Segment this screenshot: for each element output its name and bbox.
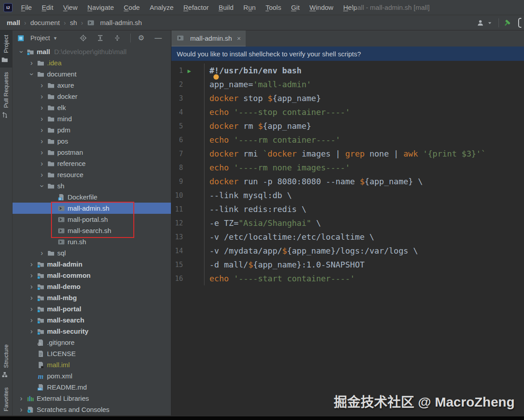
tree-item-label: axure (57, 81, 74, 89)
minus-icon[interactable]: — (154, 34, 162, 42)
tree-item-readme.md[interactable]: ›MDREADME.md (13, 382, 171, 393)
module-folder-icon (26, 48, 34, 55)
tree-item-pos[interactable]: ›pos (13, 136, 171, 147)
tree-item-.idea[interactable]: ›.idea (13, 57, 171, 68)
code-editor[interactable]: 1▶#!/usr/bin/env bash2app_name='mall-adm… (171, 61, 524, 416)
chevron-right-icon[interactable]: › (26, 305, 37, 313)
chevron-right-icon[interactable]: › (37, 250, 47, 257)
module-folder-icon (37, 305, 44, 313)
run-script-icon[interactable]: ▶ (187, 67, 191, 74)
chevron-down-icon[interactable]: ▼ (53, 36, 58, 41)
chevron-right-icon[interactable]: › (37, 171, 47, 178)
tree-item-dockerfile[interactable]: ›DDockerfile (13, 191, 171, 203)
chevron-right-icon[interactable]: › (16, 406, 26, 413)
chevron-right-icon[interactable]: › (37, 138, 47, 145)
chevron-right-icon[interactable]: › (26, 294, 37, 301)
tree-item-external-libraries[interactable]: ›External Libraries (13, 393, 171, 404)
chevron-right-icon[interactable]: › (37, 82, 47, 89)
project-panel-title[interactable]: Project (30, 34, 50, 42)
module-folder-icon (37, 294, 44, 301)
build-hammer-button[interactable] (503, 19, 511, 27)
menu-run[interactable]: Run (239, 0, 261, 15)
menu-navigate[interactable]: Navigate (82, 0, 119, 15)
tree-item-reference[interactable]: ›reference (13, 158, 171, 169)
menu-view[interactable]: View (58, 0, 82, 15)
chevron-right-icon[interactable]: › (26, 317, 37, 324)
tree-item-axure[interactable]: ›axure (13, 80, 171, 91)
tree-item-mall[interactable]: ›mallD:\developer\github\mall (13, 46, 171, 57)
tree-item-mall.iml[interactable]: ›mall.iml (13, 359, 171, 370)
menu-git[interactable]: Git (286, 0, 304, 15)
line-number: 13 (171, 233, 183, 241)
tree-item-mall-security[interactable]: ›mall-security (13, 326, 171, 337)
chevron-right-icon[interactable]: › (37, 104, 47, 111)
tree-item-resource[interactable]: ›resource (13, 169, 171, 180)
target-icon[interactable] (79, 34, 87, 42)
user-account-button[interactable] (477, 19, 494, 26)
tree-item-mind[interactable]: ›mind (13, 113, 171, 124)
tree-item-sh[interactable]: ›sh (13, 180, 171, 191)
tree-item-mall-search.sh[interactable]: ›mall-search.sh (13, 225, 171, 236)
chevron-right-icon[interactable]: › (16, 395, 26, 402)
chevron-down-icon[interactable]: › (18, 47, 25, 57)
close-tab-icon[interactable]: × (237, 34, 241, 42)
tree-item-scratches-and-consoles[interactable]: ›Scratches and Consoles (13, 404, 171, 415)
tree-item-pdm[interactable]: ›pdm (13, 124, 171, 136)
menu-window[interactable]: Window (305, 0, 338, 15)
tree-item-label: .gitignore (47, 339, 75, 346)
tool-window-button-pull-requests[interactable]: Pull Requests (0, 68, 12, 123)
menu-analyze[interactable]: Analyze (145, 0, 178, 15)
chevron-right-icon[interactable]: › (26, 283, 37, 290)
tree-item-mall-admin[interactable]: ›mall-admin (13, 259, 171, 270)
code-text: -d mall/${app_name}:1.0-SNAPSHOT (204, 258, 365, 272)
tree-item-mall-admin.sh[interactable]: ›mall-admin.sh (13, 203, 171, 214)
tree-item-sql[interactable]: ›sql (13, 247, 171, 259)
line-number: 1 (171, 67, 183, 75)
collapse-all-icon[interactable] (113, 34, 121, 42)
expand-all-icon[interactable] (96, 34, 104, 42)
tree-item-elk[interactable]: ›elk (13, 102, 171, 113)
tool-window-button-favorites[interactable]: Favorites (0, 383, 12, 416)
tree-item-pom.xml[interactable]: ›mpom.xml (13, 370, 171, 382)
tree-item-license[interactable]: ›LICENSE (13, 348, 171, 359)
tree-item-.gitignore[interactable]: ›.gitignore (13, 337, 171, 348)
menu-tools[interactable]: Tools (260, 0, 286, 15)
tree-item-mall-demo[interactable]: ›mall-demo (13, 281, 171, 292)
shell-icon (87, 19, 95, 26)
editor-tab-mall-admin-sh[interactable]: mall-admin.sh × (171, 30, 246, 47)
tool-window-button-structure[interactable]: Structure (0, 340, 12, 383)
breadcrumb-segment-sh[interactable]: sh (70, 19, 77, 26)
menu-code[interactable]: Code (119, 0, 145, 15)
chevron-right-icon[interactable]: › (26, 261, 37, 268)
menu-refactor[interactable]: Refactor (179, 0, 214, 15)
tool-window-button-project[interactable]: Project (0, 30, 12, 68)
menu-build[interactable]: Build (213, 0, 238, 15)
gear-icon[interactable]: ⚙ (137, 34, 145, 42)
breadcrumb-segment-document[interactable]: document (30, 19, 60, 26)
tree-item-postman[interactable]: ›postman (13, 147, 171, 158)
chevron-right-icon[interactable]: › (37, 160, 47, 167)
chevron-down-icon[interactable]: › (38, 181, 46, 191)
tree-item-mall-mbg[interactable]: ›mall-mbg (13, 292, 171, 303)
tree-item-run.sh[interactable]: ›run.sh (13, 236, 171, 247)
menu-file[interactable]: File (16, 0, 37, 15)
menu-edit[interactable]: Edit (37, 0, 58, 15)
breadcrumb-file[interactable]: mall-admin.sh (87, 19, 142, 26)
notification-text: Would you like to install shellcheck to … (177, 50, 361, 58)
chevron-right-icon[interactable]: › (37, 149, 47, 156)
tree-item-mall-portal[interactable]: ›mall-portal (13, 303, 171, 314)
tree-item-docker[interactable]: ›docker (13, 91, 171, 102)
chevron-down-icon[interactable]: › (28, 69, 35, 79)
tree-item-mall-search[interactable]: ›mall-search (13, 314, 171, 326)
breadcrumb-segment-mall[interactable]: mall (7, 19, 20, 26)
chevron-right-icon[interactable]: › (26, 272, 37, 279)
chevron-right-icon[interactable]: › (26, 59, 37, 67)
code-text: -v /mydata/app/${app_name}/logs:/var/log… (204, 244, 418, 258)
chevron-right-icon[interactable]: › (37, 127, 47, 134)
chevron-right-icon[interactable]: › (37, 115, 47, 123)
chevron-right-icon[interactable]: › (37, 93, 47, 100)
tree-item-mall-portal.sh[interactable]: ›mall-portal.sh (13, 214, 171, 225)
tree-item-mall-common[interactable]: ›mall-common (13, 270, 171, 281)
tree-item-document[interactable]: ›document (13, 68, 171, 80)
chevron-right-icon[interactable]: › (26, 328, 37, 335)
